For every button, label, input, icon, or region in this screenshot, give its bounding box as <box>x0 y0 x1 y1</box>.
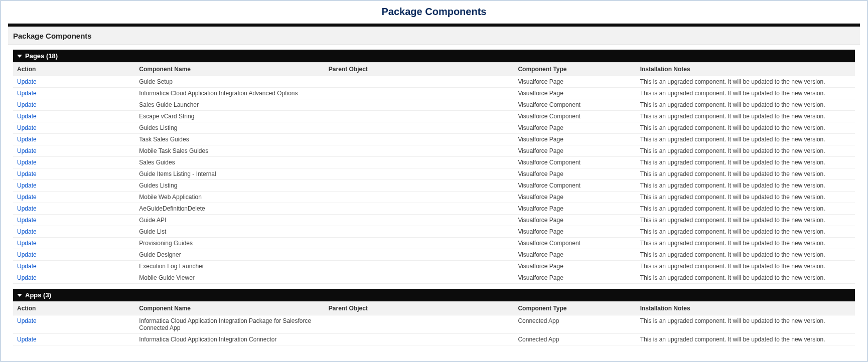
table-row: UpdateGuide APIVisualforce PageThis is a… <box>13 215 855 226</box>
table-row: UpdateGuides ListingVisualforce Componen… <box>13 180 855 192</box>
parent-object-cell <box>325 238 514 249</box>
component-type-cell: Visualforce Page <box>514 261 636 272</box>
installation-notes-cell: This is an upgraded component. It will b… <box>636 215 855 226</box>
action-cell: Update <box>13 134 135 145</box>
update-link[interactable]: Update <box>17 170 37 177</box>
component-name-cell: Guide Setup <box>135 76 325 88</box>
installation-notes-header: Installation Notes <box>636 63 855 76</box>
table-row: UpdateMobile Guide ViewerVisualforce Pag… <box>13 272 855 284</box>
table-row: UpdateSales GuidesVisualforce ComponentT… <box>13 157 855 168</box>
section-title: Apps (3) <box>25 291 51 299</box>
component-type-cell: Visualforce Component <box>514 157 636 168</box>
chevron-down-icon <box>17 294 22 297</box>
update-link[interactable]: Update <box>17 159 37 166</box>
update-link[interactable]: Update <box>17 217 37 224</box>
component-type-cell: Connected App <box>514 315 636 334</box>
update-link[interactable]: Update <box>17 263 37 270</box>
component-name-cell: Informatica Cloud Application Integratio… <box>135 88 325 99</box>
component-type-cell: Visualforce Page <box>514 134 636 145</box>
update-link[interactable]: Update <box>17 113 37 120</box>
update-link[interactable]: Update <box>17 194 37 201</box>
parent-object-cell <box>325 203 514 215</box>
component-type-header: Component Type <box>514 302 636 315</box>
component-name-cell: Guide Items Listing - Internal <box>135 168 325 180</box>
component-name-cell: Guide List <box>135 226 325 238</box>
parent-object-cell <box>325 334 514 345</box>
update-link[interactable]: Update <box>17 147 37 154</box>
action-cell: Update <box>13 145 135 157</box>
update-link[interactable]: Update <box>17 317 37 324</box>
parent-object-cell <box>325 111 514 122</box>
update-link[interactable]: Update <box>17 251 37 258</box>
component-name-cell: Guides Listing <box>135 180 325 192</box>
component-name-header: Component Name <box>135 302 325 315</box>
component-type-cell: Visualforce Page <box>514 76 636 88</box>
parent-object-header: Parent Object <box>325 302 514 315</box>
component-type-cell: Visualforce Page <box>514 203 636 215</box>
update-link[interactable]: Update <box>17 124 37 131</box>
parent-object-cell <box>325 215 514 226</box>
installation-notes-cell: This is an upgraded component. It will b… <box>636 157 855 168</box>
panel-header: Package Components <box>8 27 860 45</box>
table-row: UpdateInformatica Cloud Application Inte… <box>13 315 855 334</box>
component-type-header: Component Type <box>514 63 636 76</box>
table-row: UpdateProvisioning GuidesVisualforce Com… <box>13 238 855 249</box>
update-link[interactable]: Update <box>17 90 37 97</box>
parent-object-cell <box>325 145 514 157</box>
content-scroll-area[interactable]: Package Components Pages (18)ActionCompo… <box>8 23 860 357</box>
component-name-cell: Sales Guides <box>135 157 325 168</box>
component-type-cell: Visualforce Page <box>514 226 636 238</box>
component-name-cell: Sales Guide Launcher <box>135 99 325 111</box>
parent-object-cell <box>325 168 514 180</box>
update-link[interactable]: Update <box>17 182 37 189</box>
component-type-cell: Visualforce Page <box>514 122 636 134</box>
action-cell: Update <box>13 238 135 249</box>
section-header[interactable]: Pages (18) <box>13 50 855 62</box>
component-type-cell: Connected App <box>514 334 636 345</box>
component-name-cell: Guides Listing <box>135 122 325 134</box>
installation-notes-cell: This is an upgraded component. It will b… <box>636 134 855 145</box>
action-cell: Update <box>13 226 135 238</box>
component-name-cell: Mobile Task Sales Guides <box>135 145 325 157</box>
table-row: UpdateGuides ListingVisualforce PageThis… <box>13 122 855 134</box>
installation-notes-cell: This is an upgraded component. It will b… <box>636 203 855 215</box>
installation-notes-cell: This is an upgraded component. It will b… <box>636 261 855 272</box>
component-type-cell: Visualforce Page <box>514 88 636 99</box>
parent-object-cell <box>325 134 514 145</box>
table-row: UpdateSales Guide LauncherVisualforce Co… <box>13 99 855 111</box>
update-link[interactable]: Update <box>17 101 37 108</box>
installation-notes-cell: This is an upgraded component. It will b… <box>636 180 855 192</box>
component-name-cell: Guide Designer <box>135 249 325 261</box>
table-row: UpdateGuide SetupVisualforce PageThis is… <box>13 76 855 88</box>
action-cell: Update <box>13 99 135 111</box>
component-name-cell: AeGuideDefinitionDelete <box>135 203 325 215</box>
installation-notes-cell: This is an upgraded component. It will b… <box>636 145 855 157</box>
action-cell: Update <box>13 76 135 88</box>
update-link[interactable]: Update <box>17 78 37 85</box>
action-cell: Update <box>13 272 135 284</box>
update-link[interactable]: Update <box>17 336 37 343</box>
update-link[interactable]: Update <box>17 274 37 281</box>
section-header[interactable]: Apps (3) <box>13 289 855 301</box>
action-cell: Update <box>13 192 135 203</box>
action-cell: Update <box>13 203 135 215</box>
update-link[interactable]: Update <box>17 136 37 143</box>
update-link[interactable]: Update <box>17 240 37 247</box>
installation-notes-cell: This is an upgraded component. It will b… <box>636 226 855 238</box>
installation-notes-header: Installation Notes <box>636 302 855 315</box>
update-link[interactable]: Update <box>17 205 37 212</box>
parent-object-cell <box>325 272 514 284</box>
action-header: Action <box>13 63 135 76</box>
outer-frame: Package Components Package Components Pa… <box>0 0 868 362</box>
action-cell: Update <box>13 111 135 122</box>
bottom-spacer <box>8 345 860 357</box>
update-link[interactable]: Update <box>17 228 37 235</box>
parent-object-cell <box>325 226 514 238</box>
component-type-cell: Visualforce Page <box>514 272 636 284</box>
action-cell: Update <box>13 249 135 261</box>
parent-object-cell <box>325 99 514 111</box>
parent-object-cell <box>325 180 514 192</box>
table-row: UpdateMobile Task Sales GuidesVisualforc… <box>13 145 855 157</box>
installation-notes-cell: This is an upgraded component. It will b… <box>636 168 855 180</box>
component-type-cell: Visualforce Page <box>514 215 636 226</box>
